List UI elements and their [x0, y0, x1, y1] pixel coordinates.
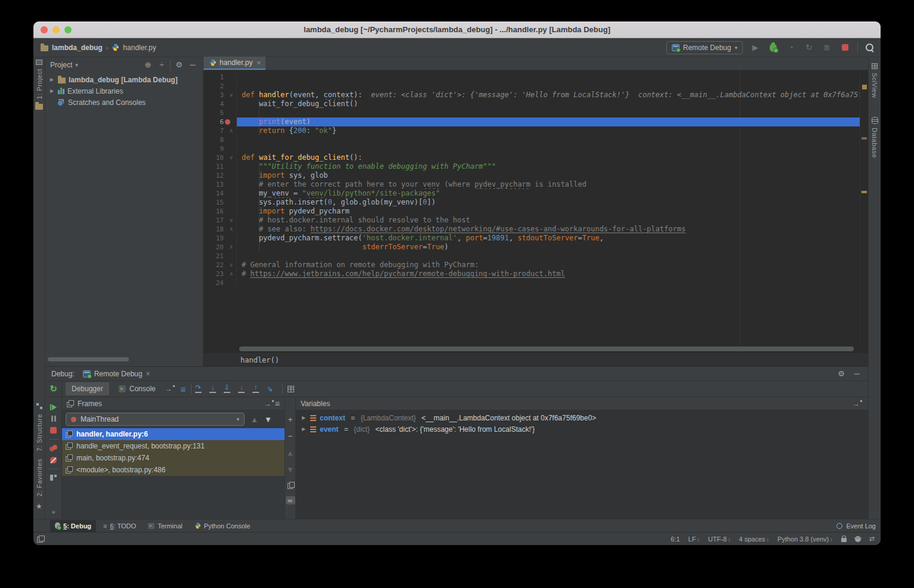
code-line[interactable]: 15 sys.path.insert(0, glob.glob(my_venv)…	[203, 198, 860, 207]
collapse-all-button[interactable]: ÷	[156, 60, 167, 69]
folder-icon[interactable]	[35, 104, 43, 110]
code-line[interactable]: 12 import sys, glob	[203, 171, 860, 180]
gear-icon[interactable]: ⚙	[836, 369, 847, 378]
code-line[interactable]: 14 my_venv = "venv/lib/python*/site-pack…	[203, 189, 860, 198]
editor-tab-handler[interactable]: handler.py ×	[203, 57, 265, 70]
code-line[interactable]: 23∧# https://www.jetbrains.com/help/pych…	[203, 270, 860, 278]
code-line[interactable]: 9	[203, 144, 860, 153]
tree-item[interactable]: ▶External Libraries	[45, 85, 203, 97]
chevron-right-icon[interactable]: ▶	[50, 88, 55, 94]
pin-icon[interactable]: →	[853, 400, 860, 408]
fold-marker-icon[interactable]: ∨	[230, 261, 233, 270]
star-icon[interactable]: ★	[36, 502, 42, 510]
debug-button[interactable]	[768, 42, 779, 53]
tab-debugger[interactable]: Debugger	[66, 382, 109, 395]
step-over-button[interactable]: ↷	[192, 385, 206, 393]
stack-frame-row[interactable]: main, bootstrap.py:474	[62, 452, 285, 464]
code-line[interactable]: 22∨# General information on remote debug…	[203, 261, 860, 270]
stack-frame-row[interactable]: handle_event_request, bootstrap.py:131	[62, 440, 285, 452]
expand-arrow-icon[interactable]: ▶	[302, 426, 307, 432]
gutter[interactable]: 9	[203, 144, 237, 153]
hide-debug-button[interactable]: ─	[851, 369, 862, 378]
step-into-button[interactable]: ↓	[206, 385, 220, 393]
code-line[interactable]: 6 print(event)	[203, 117, 860, 126]
toolwindow-tab-structure[interactable]: 7: Structure	[36, 414, 43, 451]
project-hscrollbar[interactable]	[48, 357, 129, 361]
frames-menu-icon[interactable]: ≡	[275, 399, 280, 408]
code-line[interactable]: 24	[203, 278, 860, 287]
database-icon[interactable]	[872, 117, 878, 124]
tree-item[interactable]: ▶lambda_debug [Lambda Debug]	[45, 74, 203, 85]
toolwindow-tab-sciview[interactable]: SciView	[871, 73, 878, 98]
variable-row[interactable]: ▶context = {LambdaContext} <__main__.Lam…	[296, 412, 868, 423]
fold-marker-icon[interactable]: ∨	[230, 91, 233, 100]
code-line[interactable]: 11 """Utility function to enable debuggi…	[203, 162, 860, 171]
code-line[interactable]: 7∧ return {200: "ok"}	[203, 126, 860, 135]
gutter[interactable]: 6	[203, 117, 237, 126]
code-line[interactable]: 4 wait_for_debug_client()	[203, 100, 860, 109]
profile-button[interactable]: ◔	[786, 42, 796, 53]
move-up-button[interactable]: ▲	[286, 448, 294, 457]
indent-widget[interactable]: 4 spaces↕	[739, 536, 770, 543]
code-line[interactable]: 1	[203, 73, 860, 82]
fold-marker-icon[interactable]: ∨	[230, 153, 233, 162]
gutter[interactable]: 18∧	[203, 225, 237, 234]
gutter[interactable]: 16	[203, 207, 237, 216]
thread-select[interactable]: MainThread ▾	[66, 413, 245, 426]
fold-marker-icon[interactable]: ∧	[230, 270, 233, 278]
next-frame-button[interactable]: ▼	[264, 415, 272, 424]
code-line[interactable]: 16 import pydevd_pycharm	[203, 207, 860, 216]
toolwindow-tab-debug[interactable]: 5: Debug	[50, 520, 96, 532]
close-icon[interactable]: ×	[146, 370, 150, 378]
gutter[interactable]: 7∧	[203, 126, 237, 135]
code-line[interactable]: 2	[203, 82, 860, 91]
event-log-button[interactable]: Event Log	[836, 522, 876, 530]
gutter[interactable]: 3∨	[203, 91, 237, 100]
code-line[interactable]: 5	[203, 109, 860, 117]
toolwindow-tab-favorites[interactable]: 2: Favorites	[36, 459, 43, 496]
code-line[interactable]: 18∧ # see also: https://docs.docker.com/…	[203, 225, 860, 234]
gutter[interactable]: 5	[203, 109, 237, 117]
show-watches-toggle[interactable]: ∞	[286, 496, 295, 505]
pin-tab-icon[interactable]: →	[165, 385, 172, 393]
project-panel-title[interactable]: Project	[50, 61, 72, 69]
code-line[interactable]: 19 pydevd_pycharm.settrace('host.docker.…	[203, 234, 860, 243]
gear-icon[interactable]: ⚙	[174, 60, 184, 69]
gutter[interactable]: 12	[203, 171, 237, 180]
gutter[interactable]: 11	[203, 162, 237, 171]
expand-arrow-icon[interactable]: ▶	[302, 415, 307, 420]
updates-icon[interactable]: ⇄	[869, 535, 875, 543]
breadcrumb-project[interactable]: lambda_debug	[52, 44, 103, 52]
search-everywhere-button[interactable]	[865, 43, 875, 52]
resume-button[interactable]	[50, 404, 57, 410]
gutter[interactable]: 4	[203, 100, 237, 109]
code-line[interactable]: 3∨def handler(event, context): event: <c…	[203, 91, 860, 100]
stop-button[interactable]	[50, 427, 57, 434]
pause-button[interactable]	[51, 416, 56, 422]
code-line[interactable]: 13 # enter the correct path here to your…	[203, 180, 860, 189]
pin-icon[interactable]: →	[264, 400, 271, 408]
stack-frame-row[interactable]: handler, handler.py:6	[62, 428, 285, 440]
hide-panel-button[interactable]: ─	[187, 60, 198, 69]
tree-item[interactable]: Scratches and Consoles	[45, 97, 203, 108]
code-line[interactable]: 20∧ stderrToServer=True)	[203, 243, 860, 252]
step-into-my-code-button[interactable]: ⇩	[220, 385, 234, 393]
toolwindow-toggle-icon[interactable]	[37, 536, 44, 543]
gutter[interactable]: 19	[203, 234, 237, 243]
run-anything-button[interactable]: ≣	[822, 42, 832, 53]
gutter[interactable]: 20∧	[203, 243, 237, 252]
project-toolwindow-icon[interactable]	[36, 60, 42, 65]
line-separator-widget[interactable]: LF↕	[688, 536, 700, 543]
variable-row[interactable]: ▶event = {dict} <class 'dict'>: {'messag…	[296, 423, 868, 435]
gutter[interactable]: 1	[203, 73, 237, 82]
toolwindow-tab-python-console[interactable]: Python Console	[190, 520, 255, 532]
close-icon[interactable]: ×	[257, 59, 260, 66]
toolwindow-tab-database[interactable]: Database	[871, 128, 878, 158]
gutter[interactable]: 15	[203, 198, 237, 207]
force-step-into-button[interactable]: ↓	[234, 385, 249, 393]
gutter[interactable]: 22∨	[203, 261, 237, 270]
code-area[interactable]: 123∨def handler(event, context): event: …	[203, 70, 868, 345]
close-window-button[interactable]	[41, 26, 48, 33]
fold-marker-icon[interactable]: ∨	[230, 216, 233, 225]
gutter[interactable]: 17∨	[203, 216, 237, 225]
